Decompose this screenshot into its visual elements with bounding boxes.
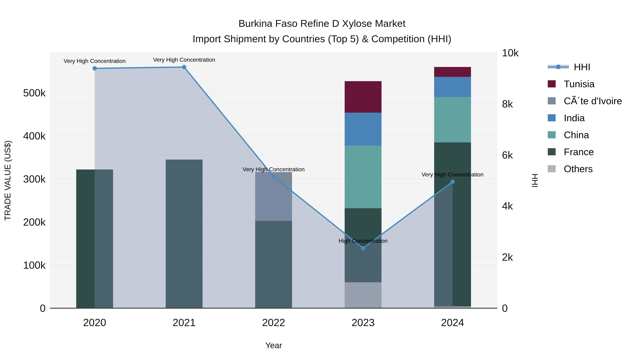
legend-swatch-ctedivoire <box>548 97 556 104</box>
legend-item-india[interactable]: India <box>548 109 622 126</box>
x-tick-2023: 2023 <box>352 317 374 328</box>
x-tick-2020: 2020 <box>83 317 106 328</box>
y-left-tick-400k: 400k <box>23 130 46 142</box>
y-right-tick-0: 0 <box>502 302 508 314</box>
legend-item-china[interactable]: China <box>548 126 622 143</box>
bar-segment-2024-china[interactable] <box>434 97 471 142</box>
legend-label: France <box>564 146 594 157</box>
x-tick-2022: 2022 <box>262 317 285 328</box>
y-left-tick-200k: 200k <box>23 216 46 228</box>
hhi-swatch-marker <box>556 64 561 69</box>
x-tick-2024: 2024 <box>441 317 464 328</box>
bar-segment-2023-tunisia[interactable] <box>345 81 382 113</box>
hhi-marker-2020[interactable] <box>92 66 97 70</box>
legend-item-hhi[interactable]: HHI <box>548 58 622 75</box>
legend-label: China <box>564 129 589 140</box>
y-left-tick-100k: 100k <box>23 259 46 271</box>
legend-label: HHI <box>574 61 590 72</box>
legend-label: India <box>564 112 585 123</box>
annotation-2022: Very High Concentration <box>242 166 305 173</box>
legend-swatch-others <box>548 165 556 172</box>
legend-label: CÃ´te d'Ivoire <box>564 95 622 106</box>
hhi-marker-2024[interactable] <box>450 180 455 184</box>
chart-title-line2: Import Shipment by Countries (Top 5) & C… <box>0 31 644 46</box>
y-left-tick-0: 0 <box>40 302 46 314</box>
annotation-2020: Very High Concentration <box>64 58 126 64</box>
legend-label: Tunisia <box>564 78 595 89</box>
legend-item-others[interactable]: Others <box>548 160 622 177</box>
legend-swatch-india <box>548 114 556 121</box>
chart-canvas: Very High ConcentrationVery High Concent… <box>0 0 644 362</box>
bar-segment-2023-china[interactable] <box>345 146 382 208</box>
y-right-tick-4k: 4k <box>502 200 513 212</box>
y-left-tick-300k: 300k <box>23 173 46 185</box>
annotation-2024: Very High Concentration <box>422 171 484 178</box>
bar-segment-2024-tunisia[interactable] <box>434 67 471 77</box>
x-tick-2021: 2021 <box>173 317 196 328</box>
legend-swatch-tunisia <box>548 80 556 87</box>
hhi-marker-2023[interactable] <box>361 246 365 250</box>
annotation-2021: Very High Concentration <box>153 56 215 63</box>
y-left-tick-500k: 500k <box>23 87 46 98</box>
y-right-tick-2k: 2k <box>502 251 513 263</box>
legend-swatch-france <box>548 148 556 155</box>
legend-item-france[interactable]: France <box>548 143 622 160</box>
combo-chart: Very High ConcentrationVery High Concent… <box>0 0 644 362</box>
legend-item-tunisia[interactable]: Tunisia <box>548 75 622 92</box>
hhi-line-swatch <box>548 65 569 69</box>
hhi-marker-2021[interactable] <box>182 65 186 69</box>
chart-title: Burkina Faso Refine D Xylose Market Impo… <box>0 16 644 46</box>
hhi-marker-2022[interactable] <box>272 174 276 179</box>
x-axis-title: Year <box>266 341 282 350</box>
legend: HHITunisiaCÃ´te d'IvoireIndiaChinaFrance… <box>548 58 622 177</box>
legend-swatch-china <box>548 131 556 138</box>
legend-item-ctedivoire[interactable]: CÃ´te d'Ivoire <box>548 92 622 109</box>
chart-title-line1: Burkina Faso Refine D Xylose Market <box>0 16 644 31</box>
y-left-axis-title: TRADE VALUE (US$) <box>3 140 12 221</box>
bar-segment-2024-india[interactable] <box>434 77 471 97</box>
annotation-2023: High Concentration <box>339 238 388 244</box>
legend-label: Others <box>564 163 593 174</box>
bar-segment-2023-india[interactable] <box>345 113 382 146</box>
y-right-tick-8k: 8k <box>502 98 513 110</box>
y-right-tick-10k: 10k <box>502 47 519 58</box>
y-right-tick-6k: 6k <box>502 149 513 161</box>
y-right-axis-title: HHI <box>530 173 540 188</box>
